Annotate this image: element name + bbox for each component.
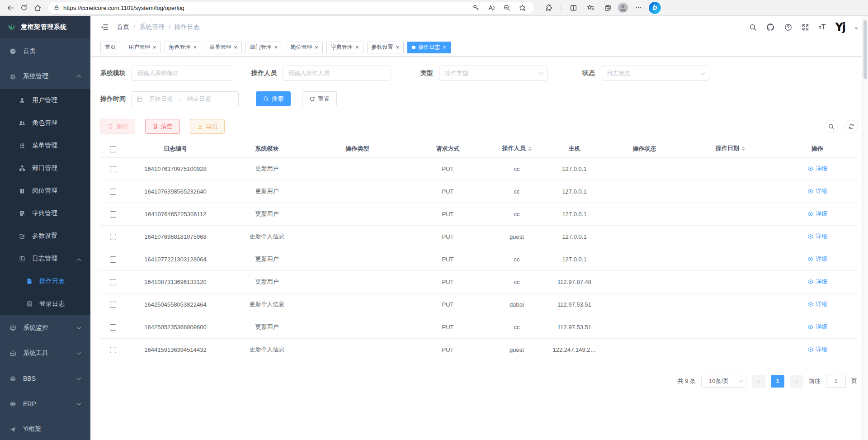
- toggle-search-icon[interactable]: [825, 120, 838, 133]
- tab-menu-mgmt[interactable]: 菜单管理×: [205, 42, 242, 53]
- start-date-input[interactable]: [145, 95, 177, 102]
- tab-close-icon[interactable]: ×: [153, 44, 156, 50]
- sidebar-item-system-monitor[interactable]: 系统监控: [0, 315, 90, 341]
- refresh-table-icon[interactable]: [844, 120, 858, 133]
- module-input[interactable]: [132, 66, 233, 80]
- next-page-button[interactable]: ›: [790, 375, 803, 388]
- row-checkbox[interactable]: [110, 324, 116, 331]
- read-aloud-icon[interactable]: [485, 1, 498, 14]
- search-button[interactable]: 搜索: [256, 91, 291, 106]
- detail-link[interactable]: 详细: [807, 255, 828, 263]
- detail-link[interactable]: 详细: [807, 187, 828, 195]
- sidebar-item-user-mgmt[interactable]: 用户管理: [0, 89, 90, 112]
- detail-link[interactable]: 详细: [807, 210, 828, 218]
- fullscreen-icon[interactable]: [802, 24, 809, 31]
- tab-close-icon[interactable]: ×: [234, 44, 237, 50]
- tab-role-mgmt[interactable]: 角色管理×: [165, 42, 202, 53]
- url-text[interactable]: https://ccnetcore.com:1101/system/log/op…: [63, 5, 184, 11]
- search-icon[interactable]: [749, 24, 757, 31]
- yj-logo[interactable]: Yj: [835, 21, 845, 33]
- type-select[interactable]: 操作类型: [439, 66, 547, 80]
- detail-link[interactable]: 详细: [807, 300, 828, 308]
- home-icon[interactable]: [31, 1, 44, 14]
- select-all-checkbox[interactable]: [110, 146, 116, 152]
- sidebar-item-system-tools[interactable]: 系统工具: [0, 341, 90, 366]
- detail-link[interactable]: 详细: [807, 345, 828, 354]
- current-page-button[interactable]: 1: [771, 375, 784, 388]
- end-date-input[interactable]: [183, 95, 215, 102]
- tab-close-icon[interactable]: ×: [396, 44, 400, 50]
- operator-input[interactable]: [283, 66, 391, 80]
- detail-link[interactable]: 详细: [807, 323, 828, 331]
- favorites-icon[interactable]: [584, 1, 597, 14]
- sidebar-item-role-mgmt[interactable]: 角色管理: [0, 112, 90, 134]
- dropdown-caret[interactable]: [854, 28, 858, 31]
- sidebar-toggle-icon[interactable]: [100, 23, 108, 31]
- row-checkbox[interactable]: [110, 166, 116, 172]
- tab-close-icon[interactable]: ×: [315, 44, 318, 50]
- sidebar-item-login-log[interactable]: 登录日志: [0, 293, 90, 315]
- detail-link[interactable]: 详细: [807, 278, 828, 286]
- tab-close-icon[interactable]: ×: [274, 44, 278, 50]
- back-icon[interactable]: [4, 1, 17, 14]
- export-button[interactable]: 导出: [190, 119, 225, 134]
- font-size-icon[interactable]: тT: [819, 23, 826, 31]
- row-checkbox[interactable]: [110, 189, 116, 195]
- sidebar-item-oper-log[interactable]: 操作日志: [0, 270, 90, 293]
- sidebar-item-param-settings[interactable]: 参数设置: [0, 225, 90, 247]
- help-icon[interactable]: [784, 24, 792, 31]
- tab-home[interactable]: 首页: [100, 42, 120, 53]
- sidebar-item-yi-framework[interactable]: Yi框架: [0, 416, 90, 440]
- status-select[interactable]: 日志状态: [601, 66, 709, 80]
- tab-close-icon[interactable]: ×: [193, 44, 197, 50]
- tab-param-settings[interactable]: 参数设置×: [367, 42, 404, 53]
- row-checkbox[interactable]: [110, 279, 116, 285]
- page-size-select[interactable]: 10条/页: [701, 375, 746, 388]
- sidebar-item-erp[interactable]: ERP: [0, 391, 90, 416]
- github-icon[interactable]: [766, 23, 775, 32]
- sidebar-item-log-mgmt[interactable]: 日志管理: [0, 247, 90, 270]
- detail-link[interactable]: 详细: [807, 232, 828, 241]
- tab-close-icon[interactable]: ×: [355, 44, 359, 50]
- tab-post-mgmt[interactable]: 岗位管理×: [286, 42, 323, 53]
- detail-link[interactable]: 详细: [807, 165, 828, 173]
- more-icon[interactable]: [632, 1, 645, 14]
- sidebar-item-dict-mgmt[interactable]: 字典管理: [0, 202, 90, 225]
- col-operator[interactable]: 操作人员: [490, 140, 544, 157]
- split-screen-icon[interactable]: [566, 1, 580, 14]
- profile-avatar[interactable]: [618, 3, 628, 13]
- tab-close-icon[interactable]: ×: [443, 44, 446, 50]
- reset-button[interactable]: 重置: [302, 91, 337, 106]
- lock-icon[interactable]: [53, 5, 60, 11]
- date-range-picker[interactable]: -: [132, 91, 239, 106]
- zoom-out-icon[interactable]: [500, 1, 514, 14]
- tab-user-mgmt[interactable]: 用户管理×: [124, 42, 161, 53]
- sidebar-item-home[interactable]: 首页: [0, 38, 90, 64]
- sidebar-item-post-mgmt[interactable]: 岗位管理: [0, 180, 90, 202]
- col-date[interactable]: 操作日期: [684, 140, 777, 157]
- goto-page-input[interactable]: [826, 375, 846, 388]
- extensions-icon[interactable]: [542, 1, 555, 14]
- tab-dict-mgmt[interactable]: 字典管理×: [326, 42, 363, 53]
- row-checkbox[interactable]: [110, 256, 116, 263]
- tab-oper-log[interactable]: 操作日志×: [407, 42, 451, 53]
- scrollbar-thumb[interactable]: [863, 20, 867, 79]
- address-bar[interactable]: https://ccnetcore.com:1101/system/log/op…: [48, 2, 534, 14]
- sidebar-item-bbs[interactable]: BBS: [0, 366, 90, 391]
- page-scrollbar[interactable]: [862, 16, 868, 440]
- breadcrumb-home[interactable]: 首页: [117, 23, 129, 31]
- sort-icon[interactable]: [741, 145, 745, 153]
- row-checkbox[interactable]: [110, 211, 116, 218]
- sidebar-item-dept-mgmt[interactable]: 部门管理: [0, 157, 90, 180]
- tab-dept-mgmt[interactable]: 部门管理×: [245, 42, 283, 53]
- collections-icon[interactable]: [601, 1, 614, 14]
- favorite-add-icon[interactable]: [515, 1, 529, 14]
- app-logo[interactable]: 意框架管理系统: [0, 16, 90, 38]
- clear-button[interactable]: 清空: [145, 119, 180, 134]
- row-checkbox[interactable]: [110, 302, 116, 308]
- sort-icon[interactable]: [528, 145, 532, 153]
- row-checkbox[interactable]: [110, 347, 116, 353]
- sidebar-item-system-mgmt[interactable]: ⚙ 系统管理: [0, 64, 90, 89]
- key-icon[interactable]: [469, 1, 483, 14]
- row-checkbox[interactable]: [110, 234, 116, 240]
